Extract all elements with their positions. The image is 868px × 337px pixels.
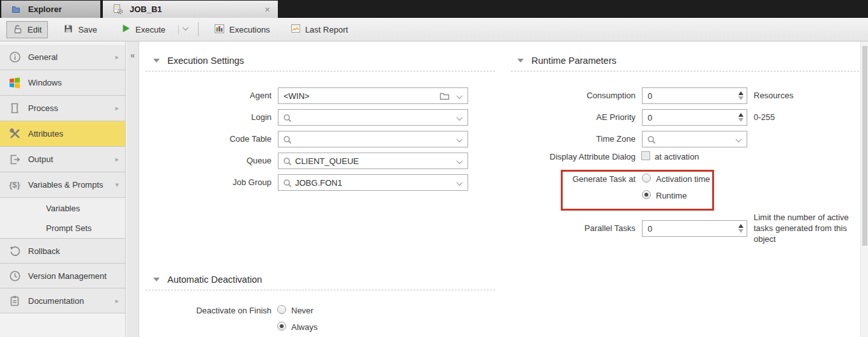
queue-value: CLIENT_QUEUE (295, 156, 359, 166)
spin-down-icon[interactable] (738, 118, 743, 122)
chevron-right-icon: ▸ (115, 53, 119, 61)
tab-job-label: JOB_B1 (130, 4, 162, 14)
at-activation-checkbox[interactable] (641, 151, 650, 160)
queue-label: Queue (147, 153, 271, 169)
dropdown-chevron-icon[interactable] (457, 158, 463, 164)
sidebar-item-documentation[interactable]: Documentation ▸ (0, 288, 125, 313)
generate-task-at-label: Generate Task at (505, 174, 636, 184)
runtime-radio[interactable] (642, 190, 651, 199)
sidebar-item-label: Output (28, 154, 115, 164)
executions-chart-icon (214, 24, 225, 36)
collapse-sidebar-button[interactable]: « (130, 50, 135, 60)
sidebar-item-process[interactable]: Process ▸ (0, 96, 125, 121)
section-divider (146, 71, 495, 71)
clipboard-icon (8, 295, 22, 307)
code-table-combobox[interactable] (278, 131, 468, 147)
sidebar-item-label: Version Management (28, 271, 119, 281)
dropdown-chevron-icon[interactable] (457, 136, 463, 142)
sidebar-item-attributes[interactable]: Attributes (0, 121, 125, 147)
dropdown-chevron-icon[interactable] (457, 179, 463, 186)
sidebar-item-version-management[interactable]: Version Management (0, 264, 125, 288)
deactivate-never-label: Never (291, 306, 314, 315)
tab-job-b1[interactable]: JOB_B1 × (103, 1, 278, 18)
deactivate-always-radio[interactable] (277, 322, 286, 331)
execute-dropdown-icon[interactable] (183, 24, 189, 31)
sidebar-item-label: Attributes (28, 129, 119, 139)
close-tab-icon[interactable]: × (264, 5, 270, 14)
ae-priority-label: AE Priority (505, 109, 636, 126)
section-divider (511, 71, 859, 71)
section-collapse-icon[interactable] (517, 59, 524, 63)
ae-priority-range: 0-255 (754, 109, 775, 126)
toolbar: Edit Save Execute Executions (0, 18, 868, 41)
sidebar-item-variables-prompts[interactable]: {$} Variables & Prompts ▾ (0, 172, 125, 198)
execute-play-icon (121, 24, 131, 35)
spin-up-icon[interactable] (738, 91, 743, 95)
consumption-spinner[interactable]: 0 (642, 87, 747, 104)
sidebar-item-windows[interactable]: Windows (0, 70, 125, 96)
section-divider (146, 290, 495, 290)
sidebar-item-label: Variables & Prompts (28, 180, 115, 190)
display-attribute-dialog-label: Display Attribute Dialog (505, 152, 636, 161)
scrollbar-thumb[interactable] (862, 46, 867, 246)
save-button[interactable]: Save (57, 21, 103, 38)
agent-combobox[interactable]: <WIN> (278, 87, 468, 104)
tools-icon (8, 128, 22, 140)
execute-button[interactable]: Execute (115, 21, 172, 38)
login-combobox[interactable] (278, 109, 468, 126)
executions-button[interactable]: Executions (208, 21, 277, 38)
explorer-folder-icon (9, 4, 23, 15)
consumption-label: Consumption (505, 87, 636, 104)
deactivate-never-radio[interactable] (277, 305, 286, 314)
search-icon (283, 114, 292, 124)
main-panel: Execution Settings Agent <WIN> Login Cod… (140, 41, 860, 337)
output-icon (8, 154, 22, 165)
dropdown-chevron-icon[interactable] (457, 93, 463, 99)
at-activation-label: at activation (655, 152, 699, 161)
sidebar-subitem-prompt-sets[interactable]: Prompt Sets (0, 218, 125, 239)
activation-time-label: Activation time (656, 174, 710, 184)
deactivate-always-label: Always (291, 322, 317, 332)
parallel-tasks-label: Parallel Tasks (505, 220, 636, 237)
sidebar-item-rollback[interactable]: Rollback (0, 239, 125, 264)
code-table-label: Code Table (147, 131, 271, 147)
dropdown-chevron-icon[interactable] (736, 136, 742, 142)
dropdown-chevron-icon[interactable] (457, 114, 463, 121)
spin-down-icon[interactable] (738, 96, 743, 100)
toolbar-separator (198, 22, 199, 36)
parallel-tasks-spinner[interactable]: 0 (642, 220, 747, 237)
queue-combobox[interactable]: CLIENT_QUEUE (278, 153, 468, 169)
time-zone-combobox[interactable] (642, 131, 747, 147)
executions-button-label: Executions (229, 25, 270, 34)
tab-explorer[interactable]: Explorer (1, 1, 100, 18)
sidebar-item-output[interactable]: Output ▸ (0, 147, 125, 172)
ae-priority-spinner[interactable]: 0 (642, 109, 747, 126)
spin-up-icon[interactable] (738, 224, 743, 228)
spin-up-icon[interactable] (738, 113, 743, 117)
tab-explorer-label: Explorer (28, 4, 62, 14)
section-collapse-icon[interactable] (153, 59, 160, 63)
activation-time-radio[interactable] (642, 174, 651, 183)
parallel-tasks-hint: Limit the number of active tasks generat… (754, 212, 858, 244)
last-report-button[interactable]: Last Report (284, 21, 354, 38)
login-label: Login (147, 109, 271, 126)
folder-icon[interactable] (439, 91, 450, 103)
chevron-down-icon: ▾ (115, 181, 119, 189)
vertical-scrollbar[interactable] (860, 41, 868, 337)
sidebar-subitem-label: Prompt Sets (46, 223, 92, 233)
sidebar-subitem-variables[interactable]: Variables (0, 198, 125, 218)
section-runtime-parameters: Runtime Parameters (517, 56, 616, 66)
save-button-label: Save (78, 25, 97, 34)
last-report-icon (291, 24, 301, 35)
variables-icon: {$} (8, 180, 22, 190)
section-collapse-icon[interactable] (153, 278, 160, 281)
edit-button[interactable]: Edit (6, 21, 48, 38)
spin-down-icon[interactable] (738, 229, 743, 233)
sidebar-item-general[interactable]: General ▸ (0, 45, 125, 70)
sidebar-item-label: Process (28, 103, 115, 113)
consumption-suffix: Resources (754, 87, 793, 104)
parallel-tasks-value: 0 (648, 224, 652, 234)
job-group-combobox[interactable]: JOBG.FON1 (278, 174, 468, 191)
execute-button-label: Execute (135, 25, 165, 34)
section-title: Automatic Deactivation (167, 274, 262, 285)
